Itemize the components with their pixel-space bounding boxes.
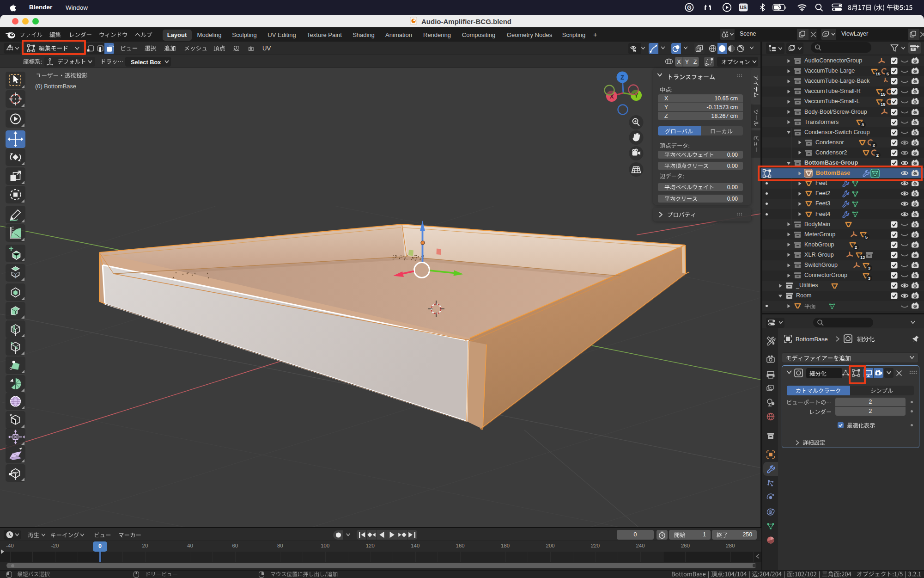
svg-text:Z: Z: [620, 74, 624, 81]
svg-text:US: US: [740, 5, 747, 10]
svg-text:G: G: [687, 5, 691, 11]
